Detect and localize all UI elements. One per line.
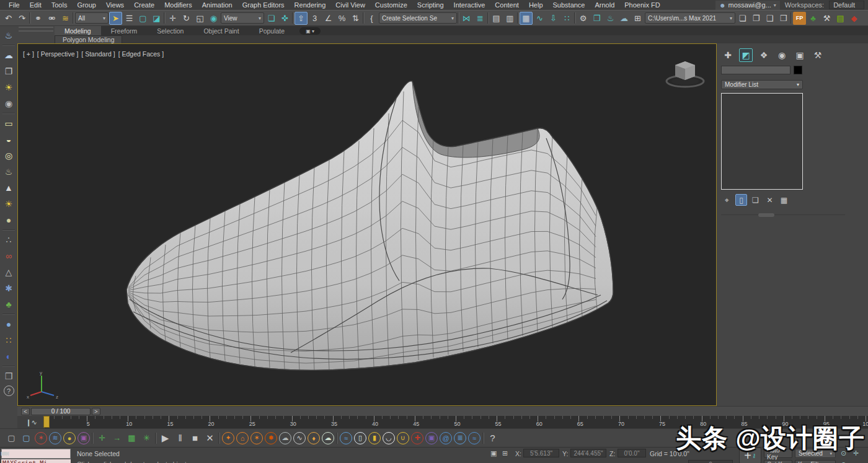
- project-folder-dropdown[interactable]: C:\Users\m...s Max 2021▾: [645, 12, 735, 24]
- teapot-primitive-button[interactable]: ♨: [2, 165, 16, 179]
- preset-ocean[interactable]: ≈: [468, 432, 480, 444]
- utilities-tab[interactable]: ⚒: [811, 48, 825, 62]
- named-selection-set-dropdown[interactable]: Create Selection Se▾: [379, 12, 457, 24]
- curve-editor-button[interactable]: ∿: [533, 12, 546, 25]
- viewport-render-preset-menu[interactable]: [ Standard ]: [81, 50, 115, 58]
- phoenix-mapper[interactable]: ▦: [125, 431, 138, 444]
- rectangular-selection-region-button[interactable]: ▢: [136, 12, 149, 25]
- menu-create[interactable]: Create: [129, 0, 159, 10]
- dome-primitive-button[interactable]: ◒: [2, 133, 16, 146]
- perspective-viewport[interactable]: [ + ][ Perspective ][ Standard ][ Edged …: [17, 43, 717, 406]
- schematic-view-button[interactable]: ⇩: [547, 12, 560, 25]
- undo-button[interactable]: ↶: [2, 12, 15, 25]
- menu-substance[interactable]: Substance: [548, 0, 590, 10]
- menu-scripting[interactable]: Scripting: [412, 0, 449, 10]
- preset-cigarette-smoke[interactable]: ∿: [293, 432, 306, 444]
- time-slider-value[interactable]: 0 / 100: [31, 408, 91, 415]
- toolbar-icon[interactable]: [790, 12, 792, 24]
- preset-whirlpool[interactable]: @: [440, 432, 452, 444]
- phoenix-fire-smoke-simulator[interactable]: ▢: [5, 431, 18, 444]
- redo-button[interactable]: ↷: [16, 12, 29, 25]
- select-and-scale-button[interactable]: ◱: [193, 12, 206, 25]
- view-cube[interactable]: [663, 55, 707, 90]
- toolbar-icon[interactable]: [363, 12, 365, 24]
- phoenix-icon[interactable]: [482, 433, 484, 444]
- render-in-cloud-button[interactable]: ☁: [618, 12, 631, 25]
- workspace-dropdown[interactable]: Default: [829, 1, 864, 9]
- left-toolbar-icon[interactable]: [2, 366, 15, 367]
- menu-arnold[interactable]: Arnold: [590, 0, 619, 10]
- keyboard-override-button[interactable]: ⇧: [294, 12, 308, 25]
- y-coordinate-field[interactable]: 244'4.455": [570, 449, 606, 457]
- menu-rendering[interactable]: Rendering: [290, 0, 331, 10]
- molecule-button[interactable]: ∞: [2, 249, 16, 263]
- preset-beer[interactable]: ▮: [368, 432, 381, 444]
- phoenix-source[interactable]: ✛: [95, 431, 108, 444]
- render-window-button[interactable]: ❐: [2, 64, 16, 78]
- preset-honey[interactable]: ∪: [397, 432, 409, 444]
- shoe-wireframe-model[interactable]: [18, 44, 716, 405]
- preset-large-explosion[interactable]: ✹: [265, 432, 277, 444]
- menu-customize[interactable]: Customize: [370, 0, 412, 10]
- menu-graph-editors[interactable]: Graph Editors: [237, 0, 290, 10]
- select-and-link-button[interactable]: ⚭: [32, 12, 45, 25]
- forest-tools-button[interactable]: ♣: [807, 12, 820, 25]
- menu-modifiers[interactable]: Modifiers: [159, 0, 197, 10]
- tab-selection[interactable]: Selection: [147, 26, 193, 35]
- snap-toggle-3d-button[interactable]: 3: [308, 12, 321, 25]
- mirror-button[interactable]: ⋈: [460, 12, 473, 25]
- left-toolbar-icon[interactable]: [2, 45, 15, 46]
- menu-tools[interactable]: Tools: [46, 0, 73, 10]
- set-key-button[interactable]: Set Key: [764, 460, 792, 463]
- ribbon-toggle-button[interactable]: ▦: [520, 12, 533, 25]
- menu-animation[interactable]: Animation: [197, 0, 237, 10]
- help-button[interactable]: ?: [4, 386, 14, 396]
- left-toolbar-icon[interactable]: [2, 229, 15, 231]
- menu-phoenix-fd[interactable]: Phoenix FD: [619, 0, 665, 10]
- go-to-end-button[interactable]: ▶▶|: [0, 449, 9, 458]
- railclone-tools-button[interactable]: ⚒: [820, 12, 833, 25]
- phoenix-turbulence[interactable]: ✳: [140, 431, 153, 444]
- toolbar-icon[interactable]: [292, 12, 294, 24]
- select-and-manipulate-button[interactable]: ✜: [278, 12, 291, 25]
- phoenix-liquid-helper[interactable]: ≋: [49, 432, 61, 444]
- light-lister-button[interactable]: ☀: [2, 81, 16, 94]
- percent-snap-button[interactable]: %: [335, 12, 348, 25]
- menu-civil-view[interactable]: Civil View: [330, 0, 370, 10]
- unlink-selection-button[interactable]: ⚮: [45, 12, 58, 25]
- bind-to-space-warp-button[interactable]: ≋: [59, 12, 72, 25]
- pin-stack-button[interactable]: ⌖: [721, 194, 733, 206]
- modify-tab[interactable]: ◩: [739, 48, 753, 62]
- open-container-button[interactable]: ❐: [750, 12, 763, 25]
- material-sphere-button[interactable]: ●: [2, 317, 16, 331]
- cloud-render-button[interactable]: ☁: [2, 48, 16, 62]
- layer-explorer-button[interactable]: ▥: [503, 12, 516, 25]
- toolbar-icon[interactable]: [29, 12, 31, 24]
- menu-edit[interactable]: Edit: [25, 0, 46, 10]
- preset-blood[interactable]: ✚: [411, 432, 423, 444]
- phoenix-fire-helper[interactable]: ✶: [35, 432, 47, 444]
- preset-candle[interactable]: ♦: [308, 432, 320, 444]
- phoenix-icon[interactable]: [218, 433, 220, 444]
- tab-object-paint[interactable]: Object Paint: [193, 26, 249, 35]
- next-frame-arrow[interactable]: >: [92, 408, 100, 415]
- phoenix-particle-helper[interactable]: ●: [63, 432, 76, 444]
- object-name-field[interactable]: [721, 66, 790, 74]
- configure-modifier-sets-button[interactable]: ▦: [778, 194, 790, 206]
- space-warp-button[interactable]: △: [2, 265, 16, 279]
- angle-snap-button[interactable]: ∠: [322, 12, 335, 25]
- menu-views[interactable]: Views: [101, 0, 129, 10]
- phoenix-pause-simulation-button[interactable]: ‖: [174, 431, 187, 444]
- forest-pack-button[interactable]: FP: [793, 12, 806, 25]
- merge-container-button[interactable]: ❒: [777, 12, 790, 25]
- scene-explorer-button[interactable]: ▤: [490, 12, 503, 25]
- phoenix-start-simulation-button[interactable]: ▶: [159, 431, 172, 444]
- toolbar-icon[interactable]: [574, 12, 576, 24]
- isolate-selection-icon[interactable]: ▣: [490, 449, 497, 457]
- use-pivot-point-button[interactable]: ❏: [265, 12, 278, 25]
- motion-tab[interactable]: ◉: [775, 48, 789, 62]
- time-configuration-icon[interactable]: ◷: [841, 461, 847, 463]
- select-object-button[interactable]: ➤: [109, 12, 122, 25]
- sun-light-button[interactable]: ☀: [2, 197, 16, 211]
- preset-glass-fill[interactable]: ▯: [354, 432, 366, 444]
